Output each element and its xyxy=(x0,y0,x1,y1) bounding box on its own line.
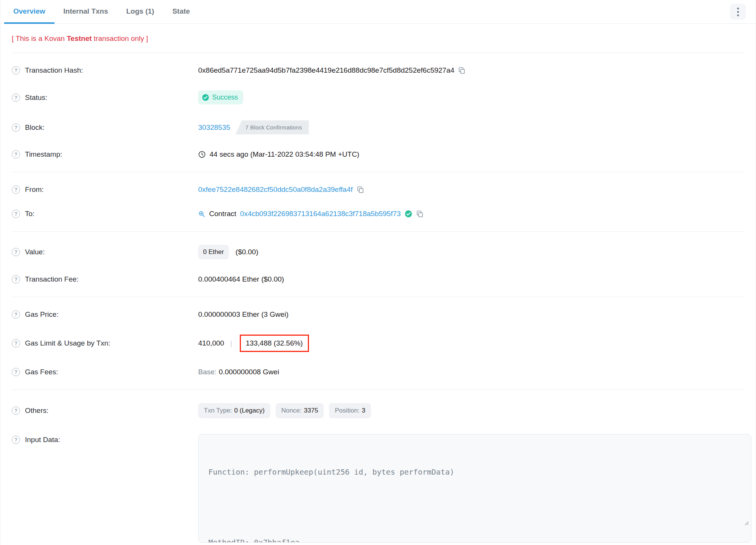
timestamp-value: 44 secs ago (Mar-11-2022 03:54:48 PM +UT… xyxy=(210,150,359,159)
status-badge: Success xyxy=(198,90,243,104)
check-circle-icon xyxy=(202,94,209,101)
tab-overview[interactable]: Overview xyxy=(4,0,54,24)
copy-icon[interactable] xyxy=(357,186,364,193)
help-icon[interactable]: ? xyxy=(12,310,20,319)
gas-fees-label: Gas Fees: xyxy=(25,368,58,376)
copy-icon[interactable] xyxy=(458,67,466,74)
row-timestamp: ? Timestamp: 44 secs ago (Mar-11-2022 03… xyxy=(12,142,744,167)
gas-limit-label: Gas Limit & Usage by Txn: xyxy=(25,339,110,347)
block-number-link[interactable]: 30328535 xyxy=(198,123,230,132)
transaction-detail-card: Overview Internal Txns Logs (1) State [ … xyxy=(0,0,756,545)
testnet-notice: [ This is a Kovan Testnet transaction on… xyxy=(12,34,744,43)
tab-bar: Overview Internal Txns Logs (1) State xyxy=(0,0,756,24)
clock-icon xyxy=(198,151,206,158)
row-others: ? Others: Txn Type: 0 (Legacy) Nonce: 33… xyxy=(12,395,744,426)
value-label: Value: xyxy=(25,248,45,256)
row-to: ? To: Contract 0x4cb093f226983713164a621… xyxy=(12,202,744,226)
resize-grip-icon[interactable] xyxy=(680,505,749,540)
transaction-fee-value: 0.000400464 Ether ($0.00) xyxy=(198,275,284,283)
block-label: Block: xyxy=(25,123,45,132)
help-icon[interactable]: ? xyxy=(12,368,20,376)
row-status: ? Status: Success xyxy=(12,83,744,112)
help-icon[interactable]: ? xyxy=(12,248,20,256)
row-block: ? Block: 30328535 7 Block Confirmations xyxy=(12,112,744,142)
from-address-link[interactable]: 0xfee7522e8482682cf50ddc50a0f8da2a39effa… xyxy=(198,185,353,194)
transaction-fee-label: Transaction Fee: xyxy=(25,275,79,283)
row-from: ? From: 0xfee7522e8482682cf50ddc50a0f8da… xyxy=(12,178,744,202)
base-fee-label: Base: xyxy=(198,368,217,376)
to-contract-prefix: Contract xyxy=(209,210,236,218)
row-transaction-hash: ? Transaction Hash: 0x86ed5a771e725aa94d… xyxy=(12,58,744,83)
gas-price-value: 0.000000003 Ether (3 Gwei) xyxy=(198,310,289,319)
verified-check-icon xyxy=(405,210,412,218)
input-function-line: Function: performUpkeep(uint256 id, byte… xyxy=(208,466,741,478)
separator: | xyxy=(228,339,234,347)
from-label: From: xyxy=(25,185,44,194)
row-gas-fees: ? Gas Fees: Base: 0.000000008 Gwei xyxy=(12,360,744,384)
position-badge: Position: 3 xyxy=(329,403,371,418)
to-address-link[interactable]: 0x4cb093f226983713164a62138c3f718a5b595f… xyxy=(240,210,401,218)
more-options-button[interactable] xyxy=(730,4,746,20)
copy-icon[interactable] xyxy=(416,210,424,218)
input-methodid-line: MethodID: 0x7bbaf1ea xyxy=(208,537,741,543)
ether-value-badge: 0 Ether xyxy=(198,245,229,259)
vertical-ellipsis-icon xyxy=(737,8,739,9)
tabs: Overview Internal Txns Logs (1) State xyxy=(4,0,199,23)
magnifier-plus-icon[interactable] xyxy=(198,210,205,218)
help-icon[interactable]: ? xyxy=(12,210,20,218)
help-icon[interactable]: ? xyxy=(12,66,20,75)
input-data-box[interactable]: Function: performUpkeep(uint256 id, byte… xyxy=(198,434,751,543)
row-value: ? Value: 0 Ether ($0.00) xyxy=(12,237,744,267)
row-gas-price: ? Gas Price: 0.000000003 Ether (3 Gwei) xyxy=(12,302,744,327)
transaction-hash-value: 0x86ed5a771e725aa94d5b7fa2398e4419e216d8… xyxy=(198,66,454,75)
others-label: Others: xyxy=(25,406,48,415)
row-gas-limit-usage: ? Gas Limit & Usage by Txn: 410,000 | 13… xyxy=(12,327,744,360)
to-label: To: xyxy=(25,210,34,218)
transaction-hash-label: Transaction Hash: xyxy=(25,66,83,75)
help-icon[interactable]: ? xyxy=(12,275,20,283)
timestamp-label: Timestamp: xyxy=(25,150,62,159)
txn-type-badge: Txn Type: 0 (Legacy) xyxy=(198,403,270,418)
gas-limit-value: 410,000 xyxy=(198,339,224,347)
help-icon[interactable]: ? xyxy=(12,185,20,194)
gas-price-label: Gas Price: xyxy=(25,310,59,319)
row-input-data: ? Input Data: Function: performUpkeep(ui… xyxy=(12,426,744,545)
input-data-label: Input Data: xyxy=(25,436,60,444)
help-icon[interactable]: ? xyxy=(12,93,20,102)
help-icon[interactable]: ? xyxy=(12,406,20,415)
tab-logs[interactable]: Logs (1) xyxy=(117,0,163,24)
help-icon[interactable]: ? xyxy=(12,123,20,132)
usd-value: ($0.00) xyxy=(236,248,258,256)
help-icon[interactable]: ? xyxy=(12,339,20,347)
help-icon[interactable]: ? xyxy=(12,436,20,444)
gas-usage-annotation-box: 133,488 (32.56%) xyxy=(240,335,309,352)
status-label: Status: xyxy=(25,93,47,102)
row-transaction-fee: ? Transaction Fee: 0.000400464 Ether ($0… xyxy=(12,267,744,291)
tab-internal-txns[interactable]: Internal Txns xyxy=(54,0,117,24)
tab-state[interactable]: State xyxy=(163,0,199,24)
block-confirmations-badge: 7 Block Confirmations xyxy=(236,120,309,134)
gas-usage-value: 133,488 (32.56%) xyxy=(246,339,303,347)
base-fee-value: 0.000000008 Gwei xyxy=(219,368,279,376)
help-icon[interactable]: ? xyxy=(12,150,20,159)
nonce-badge: Nonce: 3375 xyxy=(276,403,324,418)
